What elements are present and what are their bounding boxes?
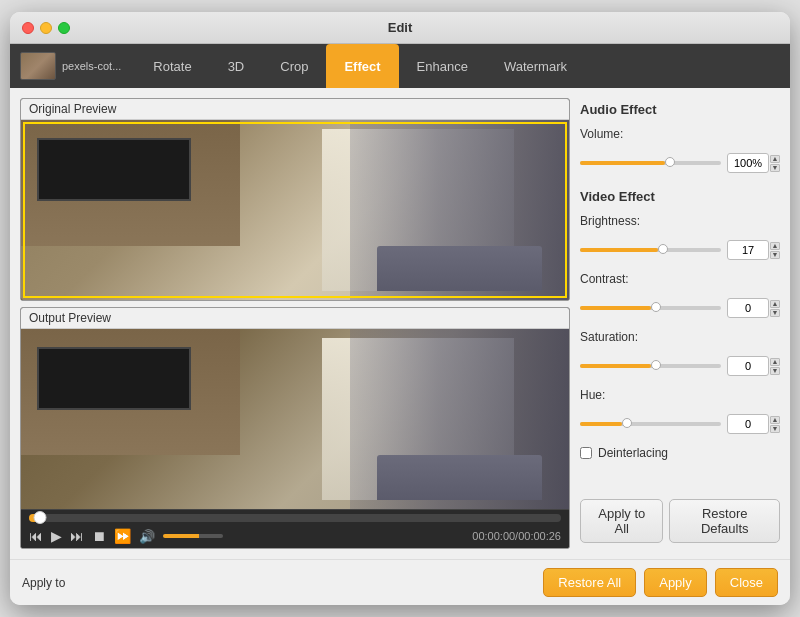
volume-fill [580,161,665,165]
hue-label-row: Hue: [580,388,780,402]
volume-label: Volume: [580,127,645,141]
brightness-label: Brightness: [580,214,645,228]
close-button[interactable]: Close [715,568,778,597]
thumb-image [20,52,56,80]
contrast-value-input[interactable] [727,298,769,318]
volume-stepper-down[interactable]: ▼ [770,164,780,172]
main-content: Original Preview Output Preview [10,88,790,559]
volume-icon: 🔊 [139,529,155,544]
brightness-stepper-up[interactable]: ▲ [770,242,780,250]
time-display: 00:00:00/00:00:26 [472,530,561,542]
deinterlacing-checkbox[interactable] [580,447,592,459]
volume-control-row: Volume: [580,127,780,141]
tab-crop[interactable]: Crop [262,44,326,88]
hue-fill [580,422,622,426]
apply-to-all-button[interactable]: Apply to All [580,499,663,543]
output-preview-label: Output Preview [21,308,569,329]
volume-stepper-up[interactable]: ▲ [770,155,780,163]
minimize-traffic-light[interactable] [40,22,52,34]
tab-enhance[interactable]: Enhance [399,44,486,88]
brightness-value-input[interactable] [727,240,769,260]
brightness-stepper[interactable]: ▲ ▼ [770,242,780,259]
restore-all-button[interactable]: Restore All [543,568,636,597]
contrast-stepper-down[interactable]: ▼ [770,309,780,317]
skip-forward-button[interactable]: ⏭ [70,528,84,544]
brightness-fill [580,248,658,252]
tab-watermark[interactable]: Watermark [486,44,585,88]
brightness-label-row: Brightness: [580,214,780,228]
brightness-handle[interactable] [658,244,668,254]
volume-slider[interactable] [163,534,223,538]
stop-button[interactable]: ⏹ [92,528,106,544]
hue-value-input[interactable] [727,414,769,434]
contrast-slider-track[interactable] [580,306,721,310]
original-preview-section: Original Preview [20,98,570,301]
tab-bar: pexels-cot... Rotate 3D Crop Effect Enha… [10,44,790,88]
contrast-label-row: Contrast: [580,272,780,286]
volume-value-input[interactable] [727,153,769,173]
tab-rotate[interactable]: Rotate [135,44,209,88]
sofa-output [377,455,541,500]
volume-input-group: ▲ ▼ [727,153,780,173]
saturation-stepper-up[interactable]: ▲ [770,358,780,366]
brightness-stepper-down[interactable]: ▼ [770,251,780,259]
hue-stepper[interactable]: ▲ ▼ [770,416,780,433]
left-panel: Original Preview Output Preview [20,98,570,549]
volume-handle[interactable] [665,157,675,167]
original-preview-image [21,120,569,300]
right-panel: Audio Effect Volume: ▲ ▼ Video Effe [580,98,780,549]
contrast-input-group: ▲ ▼ [727,298,780,318]
progress-handle[interactable] [33,511,46,524]
main-window: Edit pexels-cot... Rotate 3D Crop Effect… [10,12,790,605]
volume-slider-track[interactable] [580,161,721,165]
contrast-stepper-up[interactable]: ▲ [770,300,780,308]
tab-effect[interactable]: Effect [326,44,398,88]
saturation-value-input[interactable] [727,356,769,376]
saturation-stepper[interactable]: ▲ ▼ [770,358,780,375]
contrast-fill [580,306,651,310]
file-thumbnail: pexels-cot... [20,52,121,80]
restore-defaults-button[interactable]: Restore Defaults [669,499,780,543]
apply-button[interactable]: Apply [644,568,707,597]
brightness-slider-track[interactable] [580,248,721,252]
contrast-handle[interactable] [651,302,661,312]
progress-bar[interactable] [29,514,561,522]
player-controls: ⏮ ▶ ⏭ ⏹ ⏩ 🔊 00:00:00/00:00:26 [21,509,569,548]
contrast-control-row: ▲ ▼ [580,298,780,318]
saturation-handle[interactable] [651,360,661,370]
volume-stepper[interactable]: ▲ ▼ [770,155,780,172]
saturation-label: Saturation: [580,330,645,344]
window-title: Edit [388,20,413,35]
room-scene-output [21,329,569,509]
brightness-input-group: ▲ ▼ [727,240,780,260]
close-traffic-light[interactable] [22,22,34,34]
tab-3d[interactable]: 3D [210,44,263,88]
tv-screen [37,138,190,201]
contrast-label: Contrast: [580,272,645,286]
saturation-stepper-down[interactable]: ▼ [770,367,780,375]
hue-slider-track[interactable] [580,422,721,426]
apply-to-label: Apply to [22,576,65,590]
file-name: pexels-cot... [62,60,121,72]
hue-handle[interactable] [622,418,632,428]
deinterlacing-row: Deinterlacing [580,446,780,460]
output-preview-image [21,329,569,509]
output-preview-section: Output Preview [20,307,570,549]
hue-control-row: ▲ ▼ [580,414,780,434]
tv-screen-output [37,347,190,410]
next-frame-button[interactable]: ⏩ [114,528,131,544]
controls-row: ⏮ ▶ ⏭ ⏹ ⏩ 🔊 00:00:00/00:00:26 [29,528,561,544]
maximize-traffic-light[interactable] [58,22,70,34]
deinterlacing-label: Deinterlacing [598,446,668,460]
saturation-slider-track[interactable] [580,364,721,368]
skip-back-button[interactable]: ⏮ [29,528,43,544]
hue-stepper-down[interactable]: ▼ [770,425,780,433]
play-button[interactable]: ▶ [51,528,62,544]
room-scene-original [21,120,569,300]
saturation-label-row: Saturation: [580,330,780,344]
hue-stepper-up[interactable]: ▲ [770,416,780,424]
volume-slider-row: ▲ ▼ [580,153,780,173]
original-preview-label: Original Preview [21,99,569,120]
title-bar: Edit [10,12,790,44]
contrast-stepper[interactable]: ▲ ▼ [770,300,780,317]
